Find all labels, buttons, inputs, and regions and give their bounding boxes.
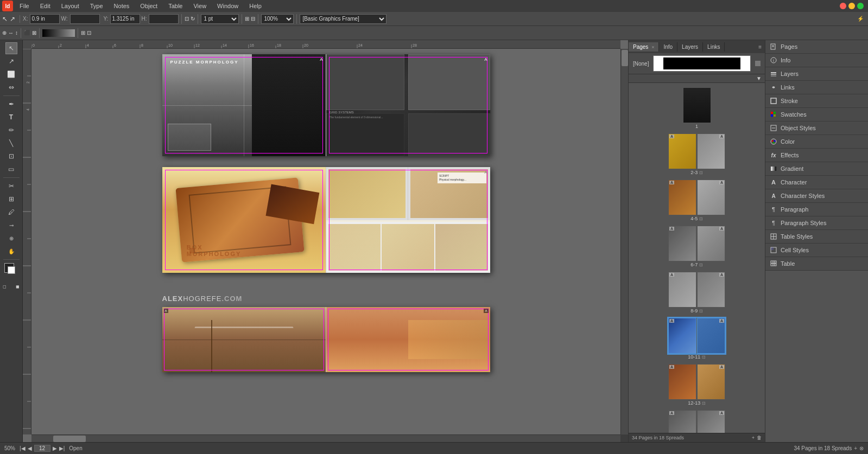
- scale-btn[interactable]: ⊡: [185, 16, 189, 22]
- canvas-scrollbar-v[interactable]: [620, 49, 628, 434]
- panel-item-layers[interactable]: Layers: [765, 67, 868, 81]
- panel-item-character[interactable]: A Character: [765, 176, 868, 189]
- panel-item-swatches[interactable]: Swatches: [765, 108, 868, 122]
- arrange-btn[interactable]: ⬛: [24, 30, 30, 36]
- tab-layers[interactable]: Layers: [677, 42, 703, 52]
- hand-tool[interactable]: ✋: [5, 245, 17, 257]
- delete-spread-btn[interactable]: ⊗: [859, 445, 864, 451]
- page-6-7-container[interactable]: A A 6-7 ⊡: [668, 226, 725, 267]
- scrollbar-v-thumb[interactable]: [622, 50, 628, 66]
- type-tool[interactable]: T: [5, 111, 17, 123]
- create-page-btn[interactable]: +: [752, 435, 755, 440]
- panel-menu-btn[interactable]: ≡: [755, 42, 765, 52]
- panel-item-pages[interactable]: Pages: [765, 40, 868, 54]
- eyedropper-tool[interactable]: 🖊: [5, 206, 17, 218]
- panel-ctrl-1[interactable]: [755, 61, 761, 66]
- direct-selection-tool[interactable]: ↗: [5, 55, 17, 67]
- spread-2[interactable]: BOXMORPHOLOGY: [162, 167, 490, 273]
- panel-item-info[interactable]: i Info: [765, 54, 868, 67]
- page-1-container[interactable]: 1: [683, 87, 711, 129]
- page-10-11-thumb[interactable]: A A: [668, 318, 725, 354]
- page-10-11-container[interactable]: A A 10-11 ⊡: [668, 318, 725, 360]
- pages-tab-close[interactable]: ×: [651, 44, 654, 50]
- page-4-5-thumb[interactable]: A A: [668, 180, 725, 215]
- pencil-tool[interactable]: ✏: [5, 124, 17, 136]
- page-tool[interactable]: ⬜: [5, 68, 17, 80]
- panel-item-color[interactable]: Color: [765, 135, 868, 149]
- page-12-13-thumb[interactable]: A A: [668, 364, 725, 400]
- scrollbar-h-thumb[interactable]: [53, 436, 86, 442]
- page-8-9-container[interactable]: A A 8-9 ⊡: [668, 272, 725, 314]
- x-input[interactable]: [30, 14, 60, 24]
- wrap-btn[interactable]: ⊠: [32, 30, 36, 36]
- w-input[interactable]: [70, 14, 100, 24]
- page-14-15-thumb[interactable]: A A: [668, 410, 725, 433]
- line-tool[interactable]: ╲: [5, 137, 17, 149]
- menu-view[interactable]: View: [191, 2, 208, 10]
- rect-frame-tool[interactable]: ⊡: [5, 150, 17, 162]
- menu-type[interactable]: Type: [88, 2, 105, 10]
- scissors-tool[interactable]: ✂: [5, 180, 17, 192]
- menu-window[interactable]: Window: [215, 2, 240, 10]
- page-6-7-thumb[interactable]: A A: [668, 226, 725, 261]
- panel-item-table[interactable]: Table: [765, 257, 868, 271]
- panel-item-gradient[interactable]: Gradient: [765, 162, 868, 176]
- tab-links[interactable]: Links: [703, 42, 725, 52]
- menu-table[interactable]: Table: [166, 2, 185, 10]
- free-transform-tool[interactable]: ⊞: [5, 193, 17, 205]
- tab-pages[interactable]: Pages ×: [629, 42, 659, 52]
- panel-item-object-styles[interactable]: Object Styles: [765, 122, 868, 135]
- panel-item-stroke[interactable]: Stroke: [765, 94, 868, 108]
- transform-tools-btn[interactable]: ⊕: [2, 30, 7, 36]
- zoom-tool[interactable]: ⊕: [5, 232, 17, 244]
- menu-notes[interactable]: Notes: [112, 2, 132, 10]
- pages-scroll-area[interactable]: 1 A A 2-3: [629, 83, 765, 433]
- spread-1[interactable]: PUZZLE MORPHOLOGY A: [162, 54, 490, 156]
- flip-v-btn[interactable]: ↕: [15, 30, 18, 36]
- guides-toggle[interactable]: ⊡: [87, 30, 91, 36]
- menu-layout[interactable]: Layout: [59, 2, 81, 10]
- grid-toggle[interactable]: ⊞: [81, 30, 85, 36]
- rotate-btn[interactable]: ↻: [191, 16, 195, 22]
- page-2-3-thumb[interactable]: A A: [668, 133, 725, 169]
- maximize-button[interactable]: [857, 3, 864, 9]
- preview-mode-btn[interactable]: ◼: [12, 280, 24, 292]
- h-input[interactable]: [149, 14, 179, 24]
- page-4-5-container[interactable]: A A 4-5 ⊡: [668, 180, 725, 221]
- page-12-13-container[interactable]: A A 12-13 ⊡: [668, 364, 725, 406]
- pen-tool[interactable]: ✒: [5, 98, 17, 110]
- flip-h-btn[interactable]: ↔: [8, 30, 14, 36]
- frame-type-select[interactable]: [Basic Graphics Frame]: [300, 14, 387, 24]
- menu-edit[interactable]: Edit: [38, 2, 53, 10]
- menu-help[interactable]: Help: [247, 2, 264, 10]
- panel-item-cell-styles[interactable]: Cell Styles: [765, 244, 868, 257]
- spread-3[interactable]: A A: [162, 307, 490, 372]
- panel-item-paragraph-styles[interactable]: ¶ Paragraph Styles: [765, 216, 868, 230]
- create-spread-btn[interactable]: +: [854, 445, 857, 451]
- next-page-btn[interactable]: ▶: [53, 445, 57, 451]
- zoom-select[interactable]: 100% 50% 75% 200%: [261, 14, 294, 24]
- panel-item-links[interactable]: Links: [765, 81, 868, 94]
- color-boxes[interactable]: [4, 263, 18, 277]
- delete-page-btn[interactable]: 🗑: [757, 435, 762, 440]
- canvas-scroll-area[interactable]: PUZZLE MORPHOLOGY A: [31, 49, 620, 434]
- normal-mode-btn[interactable]: ◻: [0, 280, 11, 292]
- prev-page-btn[interactable]: ◀: [28, 445, 32, 451]
- page-14-15-container[interactable]: A A 14-15 ⊡: [668, 410, 725, 433]
- panel-dropdown-arrow[interactable]: ▼: [756, 75, 762, 81]
- y-input[interactable]: [110, 14, 140, 24]
- panel-item-effects[interactable]: fx Effects: [765, 149, 868, 162]
- panel-item-table-styles[interactable]: Table Styles: [765, 230, 868, 244]
- panel-item-character-styles[interactable]: A Character Styles: [765, 189, 868, 203]
- first-page-btn[interactable]: |◀: [20, 445, 26, 451]
- preflight-btn[interactable]: ⚡: [857, 16, 864, 22]
- close-button[interactable]: [840, 3, 846, 9]
- panel-item-paragraph[interactable]: ¶ Paragraph: [765, 203, 868, 216]
- menu-object[interactable]: Object: [138, 2, 160, 10]
- page-1-thumb[interactable]: [683, 87, 711, 123]
- stroke-select[interactable]: 1 pt 2 pt: [201, 14, 239, 24]
- page-2-3-container[interactable]: A A 2-3 ⊡: [668, 133, 725, 175]
- page-8-9-thumb[interactable]: A A: [668, 272, 725, 308]
- last-page-btn[interactable]: ▶|: [59, 445, 65, 451]
- distribute-btn[interactable]: ⊟: [251, 16, 255, 22]
